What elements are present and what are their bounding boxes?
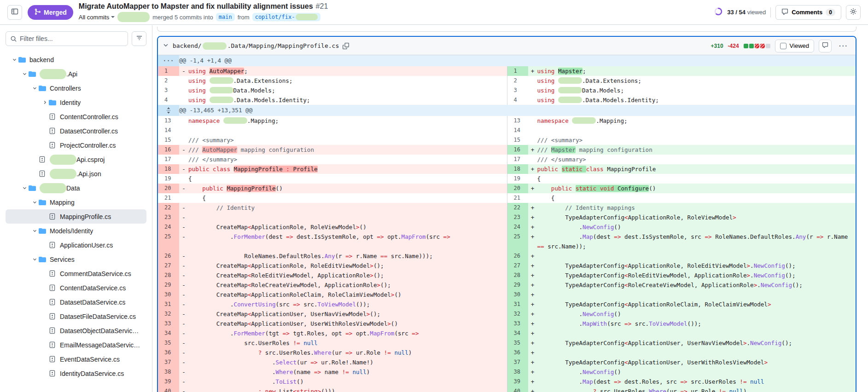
- viewed-checkbox-button[interactable]: Viewed: [775, 40, 814, 52]
- line-number[interactable]: 19: [507, 174, 528, 184]
- collapse-sidebar-button[interactable]: [7, 5, 22, 20]
- line-number[interactable]: 14: [507, 126, 528, 135]
- line-number[interactable]: 2: [158, 76, 179, 86]
- line-number[interactable]: 13: [507, 116, 528, 126]
- line-number[interactable]: 18: [158, 164, 179, 174]
- base-branch-label[interactable]: main: [216, 13, 235, 21]
- line-number[interactable]: 17: [507, 155, 528, 164]
- line-number[interactable]: 25: [507, 232, 528, 251]
- tree-item-projectcontroller-cs[interactable]: ProjectController.cs: [6, 138, 146, 152]
- chevron-right-icon[interactable]: [41, 100, 49, 105]
- line-number[interactable]: 32: [507, 309, 528, 319]
- viewed-checkbox[interactable]: [780, 43, 786, 49]
- line-number[interactable]: 37: [507, 357, 528, 367]
- line-number[interactable]: 18: [507, 164, 528, 174]
- line-number[interactable]: 39: [158, 377, 179, 386]
- line-number[interactable]: 22: [158, 203, 179, 213]
- line-number[interactable]: 40: [158, 386, 179, 392]
- expand-hunk-button[interactable]: [158, 105, 179, 116]
- chevron-down-icon[interactable]: [30, 228, 39, 233]
- line-number[interactable]: 27: [507, 261, 528, 271]
- line-number[interactable]: 15: [158, 135, 179, 145]
- tree-item-contentcontroller-cs[interactable]: ContentController.cs: [6, 110, 146, 124]
- line-number[interactable]: 38: [507, 367, 528, 377]
- line-number[interactable]: 4: [507, 95, 528, 105]
- tree-item-datasetcontroller-cs[interactable]: DatasetController.cs: [6, 124, 146, 138]
- tree-item-api-csproj[interactable]: Api.csproj: [6, 152, 146, 167]
- line-number[interactable]: 40: [507, 386, 528, 392]
- line-number[interactable]: 28: [158, 271, 179, 280]
- line-number[interactable]: 20: [158, 184, 179, 193]
- line-number[interactable]: 3: [158, 86, 179, 95]
- line-number[interactable]: 27: [158, 261, 179, 271]
- line-number[interactable]: 16: [507, 145, 528, 155]
- line-number[interactable]: 39: [507, 377, 528, 386]
- line-number[interactable]: 2: [507, 76, 528, 86]
- line-number[interactable]: 25: [158, 232, 179, 251]
- tree-item-contentdataservice-cs[interactable]: ContentDataService.cs: [6, 281, 146, 295]
- tree-item-mappingprofile-cs[interactable]: MappingProfile.cs: [6, 209, 146, 224]
- copy-path-icon[interactable]: [343, 43, 349, 49]
- line-number[interactable]: 33: [507, 319, 528, 329]
- line-number[interactable]: 19: [158, 174, 179, 184]
- comments-button[interactable]: Comments 0: [775, 5, 841, 20]
- tree-item-controllers[interactable]: Controllers: [6, 81, 146, 95]
- line-number[interactable]: 22: [507, 203, 528, 213]
- line-number[interactable]: 34: [158, 329, 179, 338]
- filter-options-button[interactable]: [132, 31, 146, 46]
- all-commits-dropdown[interactable]: All commits: [79, 14, 115, 21]
- line-number[interactable]: 15: [507, 135, 528, 145]
- tree-item-applicationuser-cs[interactable]: ApplicationUser.cs: [6, 238, 146, 252]
- head-branch-label[interactable]: copilot/fix-: [252, 13, 321, 21]
- line-number[interactable]: 24: [507, 222, 528, 232]
- line-number[interactable]: 30: [507, 290, 528, 300]
- line-number[interactable]: 4: [158, 95, 179, 105]
- file-options-kebab[interactable]: ···: [836, 42, 851, 50]
- file-filter-input[interactable]: [6, 32, 128, 46]
- line-number[interactable]: 21: [158, 193, 179, 203]
- line-number[interactable]: 36: [158, 348, 179, 357]
- line-number[interactable]: 38: [158, 367, 179, 377]
- tree-item-commentdataservice-cs[interactable]: CommentDataService.cs: [6, 266, 146, 281]
- tree-item--api-json[interactable]: .Api.json: [6, 167, 146, 181]
- line-number[interactable]: 36: [507, 348, 528, 357]
- tree-item-backend[interactable]: backend: [6, 52, 146, 67]
- line-number[interactable]: 26: [507, 251, 528, 261]
- chevron-down-icon[interactable]: [30, 200, 39, 205]
- expand-hunk-button[interactable]: ···: [158, 55, 179, 66]
- line-number[interactable]: 17: [158, 155, 179, 164]
- line-number[interactable]: 30: [158, 290, 179, 300]
- line-number[interactable]: 28: [507, 271, 528, 280]
- line-number[interactable]: 1: [507, 66, 528, 76]
- chevron-down-icon[interactable]: [30, 86, 39, 91]
- line-number[interactable]: 16: [158, 145, 179, 155]
- tree-item-mapping[interactable]: Mapping: [6, 195, 146, 209]
- tree-item-identitydataservice-cs[interactable]: IdentityDataService.cs: [6, 366, 146, 380]
- line-number[interactable]: 23: [158, 213, 179, 222]
- collapse-file-chevron-icon[interactable]: [163, 42, 169, 50]
- line-number[interactable]: 32: [158, 309, 179, 319]
- line-number[interactable]: 35: [158, 338, 179, 348]
- line-number[interactable]: 29: [158, 280, 179, 290]
- line-number[interactable]: 31: [158, 300, 179, 309]
- file-comment-button[interactable]: [819, 40, 832, 52]
- line-number[interactable]: 34: [507, 329, 528, 338]
- chevron-down-icon[interactable]: [20, 185, 29, 190]
- chevron-down-icon[interactable]: [20, 71, 29, 76]
- line-number[interactable]: 33: [158, 319, 179, 329]
- chevron-down-icon[interactable]: [30, 257, 39, 262]
- tree-item-models-identity[interactable]: Models/Identity: [6, 224, 146, 238]
- tree-item-datasetfiledataservice-cs[interactable]: DatasetFileDataService.cs: [6, 309, 146, 323]
- line-number[interactable]: 31: [507, 300, 528, 309]
- line-number[interactable]: 20: [507, 184, 528, 193]
- settings-button[interactable]: [846, 5, 861, 20]
- tree-item-eventdataservice-cs[interactable]: EventDataService.cs: [6, 352, 146, 366]
- line-number[interactable]: 37: [158, 357, 179, 367]
- tree-item-emailmessagedataservice-cs[interactable]: EmailMessageDataService.cs: [6, 338, 146, 352]
- line-number[interactable]: 26: [158, 251, 179, 261]
- tree-item-datasetdataservice-cs[interactable]: DatasetDataService.cs: [6, 295, 146, 309]
- chevron-down-icon[interactable]: [10, 57, 18, 62]
- line-number[interactable]: 23: [507, 213, 528, 222]
- tree-item-services[interactable]: Services: [6, 252, 146, 266]
- tree-item-identity[interactable]: Identity: [6, 95, 146, 110]
